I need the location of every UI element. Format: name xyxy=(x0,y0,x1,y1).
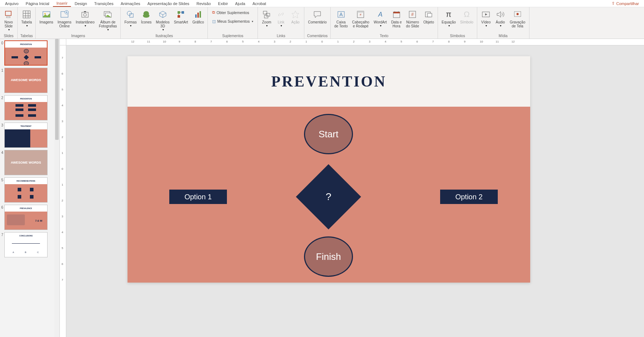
icones-button[interactable]: Ícones xyxy=(139,9,153,25)
ruler-h-tick: 10 xyxy=(163,40,166,43)
flowchart-decision-diamond[interactable]: ? xyxy=(296,164,361,229)
thumbnail-4[interactable]: AWESOME WORDS xyxy=(4,150,48,175)
thumbnail-3[interactable]: TREATMENT xyxy=(4,123,48,148)
share-button[interactable]: ⇪ Compartilhar xyxy=(608,0,643,6)
new-slide-button[interactable]: Novo Slide ▾ xyxy=(2,9,15,32)
thumb-title: PREVENTION xyxy=(5,96,47,102)
wordart-label: WordArt xyxy=(374,20,387,24)
svg-point-12 xyxy=(84,13,86,16)
objeto-button[interactable]: Objeto xyxy=(422,9,435,25)
ruler-v-tick: 6 xyxy=(62,72,63,75)
object-icon xyxy=(424,9,434,19)
ribbon-group-imagens: Imagens Imagens Online Instantâneo ▾ Álb… xyxy=(36,7,121,39)
menu-animacoes[interactable]: Animações xyxy=(117,1,144,6)
chevron-down-icon: ▾ xyxy=(26,24,28,27)
scrollbar-handle[interactable] xyxy=(55,39,59,140)
meus-suplementos-button[interactable]: ◫ Meus Suplementos ▾ xyxy=(210,18,255,25)
tabela-label: Tabela xyxy=(21,20,32,24)
formas-button[interactable]: Formas ▾ xyxy=(123,9,138,28)
flowchart-option1-rect[interactable]: Option 1 xyxy=(169,190,227,204)
thumbnail-2[interactable]: PREVENTION xyxy=(4,95,48,120)
menu-revisao[interactable]: Revisão xyxy=(193,1,215,6)
screen-record-icon xyxy=(513,9,523,19)
menu-apresentacao[interactable]: Apresentação de Slides xyxy=(144,1,193,6)
svg-point-8 xyxy=(44,13,46,14)
thumbnail-6[interactable]: PREVALENCE 7.6 M xyxy=(4,205,48,230)
svg-marker-46 xyxy=(497,12,501,17)
wordart-button[interactable]: A WordArt ▾ xyxy=(372,9,388,28)
modelos3d-button[interactable]: Modelos 3D ▾ xyxy=(155,9,171,32)
menu-ajuda[interactable]: Ajuda xyxy=(232,1,249,6)
equacao-button[interactable]: π Equação ▾ xyxy=(440,9,457,28)
link-button[interactable]: Link ▾ xyxy=(274,9,287,28)
instantaneo-label: Instantâneo xyxy=(76,20,94,24)
acao-button[interactable]: Ação xyxy=(289,9,302,25)
svg-rect-24 xyxy=(197,13,199,18)
slide-workspace[interactable]: PREVENTION Start ? Option 1 Option 2 Fin… xyxy=(66,45,644,337)
zoom-button[interactable]: Zoom ▾ xyxy=(260,9,273,28)
ribbon-group-simbolos-label: Símbolos xyxy=(440,33,475,39)
menu-exibir[interactable]: Exibir xyxy=(214,1,232,6)
numero-slide-button[interactable]: # Número do Slide xyxy=(404,9,420,29)
ribbon-group-texto-label: Texto xyxy=(333,33,435,39)
imagens-online-label: Imagens Online xyxy=(58,20,71,28)
menu-inserir[interactable]: Inserir xyxy=(53,0,71,7)
datahora-button[interactable]: Data e Hora xyxy=(390,9,403,29)
audio-button[interactable]: Áudio ▾ xyxy=(494,9,507,28)
svg-marker-29 xyxy=(292,11,299,18)
chevron-down-icon: ▾ xyxy=(107,28,109,31)
menu-acrobat[interactable]: Acrobat xyxy=(249,1,270,6)
thumbnail-5[interactable]: RECOMMENDATIONS xyxy=(4,177,48,203)
ruler-h-tick: 5 xyxy=(242,40,243,43)
ruler-h-tick: 0 xyxy=(321,40,323,43)
ruler-v-tick: 4 xyxy=(62,231,63,234)
equation-icon: π xyxy=(444,9,454,19)
smartart-button[interactable]: SmartArt xyxy=(173,9,189,25)
thumbnail-0[interactable]: PREVENTION xyxy=(4,40,48,66)
comentario-button[interactable]: Comentário xyxy=(307,9,328,25)
svg-rect-37 xyxy=(393,12,400,13)
menu-arquivo[interactable]: Arquivo xyxy=(1,1,22,6)
svg-rect-33 xyxy=(357,11,364,13)
menu-design[interactable]: Design xyxy=(71,1,90,6)
menu-transicoes[interactable]: Transições xyxy=(91,1,117,6)
imagens-button[interactable]: Imagens xyxy=(38,9,54,25)
caixa-texto-button[interactable]: A Caixa de Texto xyxy=(333,9,349,29)
flowchart-option2-rect[interactable]: Option 2 xyxy=(440,190,498,204)
ribbon-group-links: Zoom ▾ Link ▾ Ação Links xyxy=(258,7,304,39)
thumbnail-1[interactable]: AWESOME WORDS xyxy=(4,68,48,93)
flowchart-finish-oval[interactable]: Finish xyxy=(304,236,353,277)
cabecalho-label: Cabeçalho e Rodapé xyxy=(352,20,370,28)
icones-label: Ícones xyxy=(141,20,151,24)
album-button[interactable]: Álbum de Fotografias ▾ xyxy=(97,9,118,32)
instantaneo-button[interactable]: Instantâneo ▾ xyxy=(74,9,96,28)
datetime-icon xyxy=(392,9,402,19)
thumb-title: PREVENTION xyxy=(5,41,47,48)
thumbnail-7[interactable]: CONCLUSIONS ABC xyxy=(4,232,48,257)
thumbnail-panel[interactable]: 0 PREVENTION 1 AWESOME WORDS 2 PREVENTIO… xyxy=(0,39,60,337)
thumbnail-scrollbar[interactable] xyxy=(54,39,59,337)
obter-suplementos-button[interactable]: ⧉ Obter Suplementos xyxy=(210,9,255,16)
video-button[interactable]: Vídeo ▾ xyxy=(479,9,492,28)
chevron-down-icon: ▾ xyxy=(486,24,487,27)
slide-title[interactable]: PREVENTION xyxy=(271,73,386,90)
ruler-h-tick: 2 xyxy=(353,40,354,43)
slide-body: Start ? Option 1 Option 2 Finish xyxy=(128,107,530,283)
simbolo-button[interactable]: Ω Símbolo xyxy=(459,9,475,25)
ruler-v-tick: 4 xyxy=(62,104,63,107)
tabela-button[interactable]: Tabela ▾ xyxy=(20,9,33,28)
gravacao-button[interactable]: Gravação de Tela xyxy=(508,9,527,29)
imagens-online-button[interactable]: Imagens Online xyxy=(56,9,73,29)
ribbon-group-tabelas: Tabela ▾ Tabelas xyxy=(18,7,36,39)
thumb-num-3: 3 xyxy=(0,123,4,127)
menu-pagina-inicial[interactable]: Página Inicial xyxy=(22,1,53,6)
svg-rect-22 xyxy=(178,15,180,18)
svg-rect-43 xyxy=(428,13,432,17)
cabecalho-button[interactable]: # Cabeçalho e Rodapé xyxy=(351,9,371,29)
svg-point-16 xyxy=(127,11,131,15)
flowchart-start-oval[interactable]: Start xyxy=(304,114,353,154)
slide-canvas[interactable]: PREVENTION Start ? Option 1 Option 2 Fin… xyxy=(128,56,530,283)
ribbon-group-ilustracoes: Formas ▾ Ícones Modelos 3D ▾ SmartArt xyxy=(121,7,208,39)
grafico-button[interactable]: Gráfico xyxy=(191,9,205,25)
ribbon-group-comentarios-label: Comentários xyxy=(307,33,328,39)
